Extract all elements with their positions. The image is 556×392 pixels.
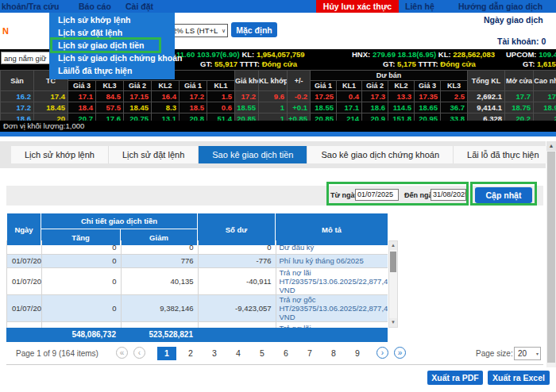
col-header-ask-group: Dư bán (311, 71, 468, 81)
dropdown-item-1[interactable]: Lịch sử khớp lệnh (49, 13, 175, 26)
statement-body: 000Dư đầu kỳ01/07/20250776-776Phí lưu ký… (7, 240, 388, 328)
pagination-info: Page 1 of 9 (164 items) (16, 349, 98, 358)
price-cell: 20.75 (124, 113, 152, 121)
from-date-input[interactable]: 01/07/2025 (355, 189, 399, 201)
cancel-auth-button[interactable]: Hủy lưu xác thực (316, 0, 399, 13)
price-cell: 20.7 (68, 113, 96, 121)
top-menu-bar: khoản/Tra cứu Báo cáo Cài đặt Hủy lưu xá… (0, 0, 556, 13)
cell-increase: 0 (41, 240, 121, 254)
dropdown-item-4[interactable]: Lịch sử giao dịch chứng khoán (49, 52, 175, 64)
last-page-icon[interactable]: » (394, 347, 406, 359)
price-cell: 16.2 (1, 91, 34, 102)
scroll-down-icon[interactable]: ▼ (389, 318, 397, 327)
price-cell: 18.75 (505, 102, 534, 113)
cell-balance: -9,423,057 (198, 294, 276, 321)
scroll-up-icon[interactable]: ▲ (546, 141, 556, 151)
scroll-up-icon[interactable]: ▲ (389, 241, 397, 250)
page-number-2[interactable]: 2 (181, 347, 200, 360)
price-cell: 18.65 (415, 102, 441, 113)
chevron-down-icon: ∨ (220, 28, 227, 34)
holding-filter-value: ang nắm giữ (4, 54, 46, 63)
col-header-detail-group: Chi tiết giao dịch tiền (41, 213, 198, 229)
page-number-4[interactable]: 4 (229, 347, 248, 360)
prev-page-icon[interactable]: ‹ (133, 347, 145, 359)
price-cell: 18.6 (362, 102, 388, 113)
price-cell: 84.5 (96, 91, 124, 102)
price-cell: 17.3 (362, 91, 388, 102)
price-cell: 20.85 (235, 113, 259, 121)
panel-divider (6, 364, 543, 365)
page-size-select[interactable]: 20 ▾ (514, 347, 541, 360)
page-number-9[interactable]: 9 (348, 347, 367, 360)
statement-row: 01/07/2025040,135-40,911Trả nợ lãi HT/29… (7, 267, 388, 294)
price-cell: 214 (337, 113, 362, 121)
menu-item-account-lookup[interactable]: khoản/Tra cứu (2, 0, 59, 13)
price-cell: 151.8 (388, 113, 415, 121)
cell-description: Trả nợ lãi HT/293575/13.06.2025/22,877,4… (276, 267, 388, 294)
export-pdf-button[interactable]: Xuất ra PDF (427, 371, 483, 385)
page-number-7[interactable]: 7 (300, 347, 319, 360)
price-cell: 17.1 (68, 91, 96, 102)
trading-app-window: khoản/Tra cứu Báo cáo Cài đặt Hủy lưu xá… (0, 0, 556, 392)
tab-bar: Lịch sử khớp lệnhLịch sử đặt lệnhSao kê … (0, 141, 546, 163)
page-number-8[interactable]: 8 (324, 347, 343, 360)
price-cell: 17.6 (96, 113, 124, 121)
default-button[interactable]: Mặc định (231, 22, 277, 37)
price-col-header: Giá 1 (311, 81, 337, 91)
page-number-6[interactable]: 6 (276, 347, 295, 360)
table-scrollbar-thumb[interactable] (390, 252, 396, 272)
dropdown-item-3[interactable]: Lịch sử giao dịch tiền (49, 39, 175, 52)
cell-increase: 0 (41, 294, 121, 321)
price-cell: 2,692.1 (468, 91, 505, 102)
tab-1[interactable]: Lịch sử khớp lệnh (11, 146, 109, 163)
tab-4[interactable]: Sao kê giao dịch chứng khoán (307, 146, 454, 163)
price-cell: 17.2 (1, 102, 34, 113)
tab-2[interactable]: Lịch sử đặt lệnh (109, 146, 199, 163)
col-header-open: Mở cửa (505, 71, 534, 91)
menu-item-contact[interactable]: Liên hệ (405, 0, 434, 13)
table-scrollbar[interactable]: ▲ ▼ (388, 240, 398, 328)
page-scrollbar[interactable]: ▲ (546, 141, 556, 367)
cell-description: Dư đầu kỳ (276, 240, 388, 254)
statement-row: 000Dư đầu kỳ (7, 240, 388, 254)
page-number-5[interactable]: 5 (253, 347, 272, 360)
cell-increase: 0 (41, 254, 121, 267)
price-col-header: Giá 3 (415, 81, 441, 91)
cell-decrease: 9,382,146 (121, 294, 198, 321)
dropdown-item-2[interactable]: Lịch sử đặt lệnh (49, 26, 175, 39)
tab-5[interactable]: Lãi lỗ đã thực hiện (454, 146, 554, 163)
price-col-header: Giá 1 (180, 81, 207, 91)
col-header-total-vol: Tổng KL (468, 71, 505, 91)
cell-description: Phí lưu ký tháng 06/2025 (276, 254, 388, 267)
menu-item-guide[interactable]: Hướng dẫn giao dịch (458, 0, 542, 13)
col-header-matched-vol: KL khớp (259, 71, 288, 91)
next-page-icon[interactable]: › (376, 347, 388, 359)
price-row: 16.217.417.184.517.1516.417.21.517.29.6-… (1, 91, 556, 102)
to-date-input[interactable]: 31/08/2025 (431, 189, 466, 201)
update-button[interactable]: Cập nhật (475, 187, 532, 203)
price-cell: 0.4 (337, 91, 362, 102)
price-cell: 17.7 (505, 91, 534, 102)
tab-3[interactable]: Sao kê giao dịch tiền (199, 146, 307, 163)
price-cell: 13.3 (388, 91, 415, 102)
vni-value-line: GT: 55,917 TTTT: Đóng cửa (200, 60, 297, 68)
page-number-3[interactable]: 3 (205, 347, 224, 360)
price-cell: +0.85 (288, 113, 311, 121)
loan-package-select[interactable]: 2% LS (HT+L ∨ (170, 24, 228, 37)
menu-item-settings[interactable]: Cài đặt (125, 0, 153, 13)
price-row: 18.62020.717.620.7513.120.851.420.851+0.… (1, 113, 556, 121)
page-number-1[interactable]: 1 (157, 347, 176, 360)
dropdown-item-5[interactable]: Lãi/lỗ đã thực hiện (49, 64, 175, 77)
clipped-label-fragment: N (2, 26, 9, 36)
price-cell: 17.1 (337, 102, 362, 113)
col-header-high: Cao nhất (534, 71, 556, 91)
export-excel-button[interactable]: Xuất ra Excel (488, 371, 550, 385)
price-cell: 9.6 (259, 91, 288, 102)
cell-decrease: 776 (121, 254, 198, 267)
cell-balance: -9,461,214 (198, 321, 276, 328)
price-col-header: KL1 (207, 81, 235, 91)
menu-item-reports[interactable]: Báo cáo (79, 0, 111, 13)
first-page-icon[interactable]: « (116, 347, 128, 359)
page-scrollbar-thumb[interactable] (547, 152, 555, 363)
cell-date: 01/07/2025 (7, 294, 41, 321)
